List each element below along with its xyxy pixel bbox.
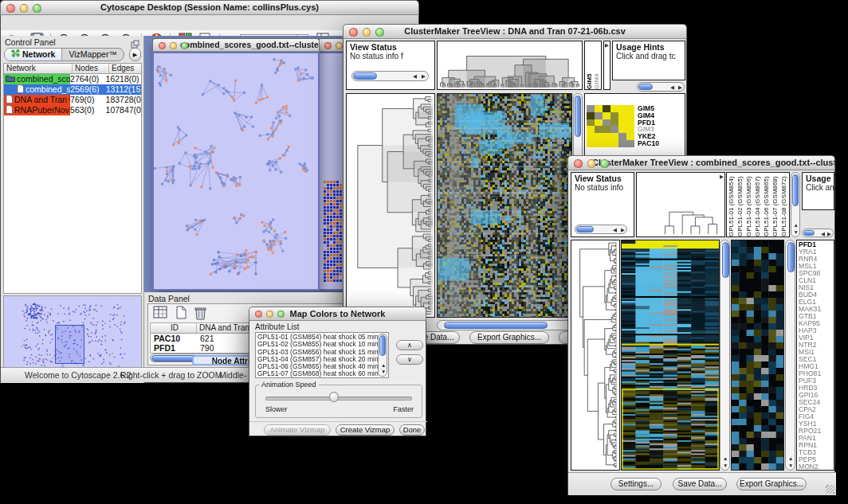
speed-slider-track[interactable] (265, 397, 412, 400)
scroll-up-icon[interactable]: ▲ (788, 456, 793, 462)
collapse-icon[interactable]: ▶ (720, 174, 724, 180)
scroll-down-icon[interactable]: ▼ (794, 230, 799, 236)
tab-overflow-button[interactable]: ▶ (129, 48, 141, 61)
scroll-right-icon[interactable]: ▶ (621, 228, 625, 233)
zoom-heatmap-cell[interactable] (626, 140, 634, 147)
zoom-heatmap-cell[interactable] (626, 112, 634, 119)
zoom-heatmap-cell[interactable] (587, 126, 595, 133)
scroll-down-icon[interactable]: ▼ (723, 463, 728, 469)
minimize-button[interactable] (336, 42, 343, 49)
zoom-button[interactable] (600, 159, 609, 168)
minimize-button[interactable] (363, 28, 371, 37)
zoom-heatmap-cell[interactable] (618, 140, 626, 147)
zoom-heatmap-cell[interactable] (618, 105, 626, 112)
attribute-list-vscroll[interactable]: ▲ ▼ (378, 334, 387, 377)
zoom-heatmap-canvas[interactable] (732, 240, 783, 470)
scroll-thumb[interactable] (803, 230, 815, 236)
zoom-heatmap-cell[interactable] (595, 133, 603, 140)
scroll-thumb[interactable] (792, 174, 799, 206)
zoom-button[interactable] (33, 4, 41, 13)
minimize-button[interactable] (587, 159, 596, 168)
new-page-icon[interactable] (172, 306, 190, 322)
zoom-button[interactable] (277, 311, 285, 318)
tv1-usage-hscroll[interactable]: ◀ ▶ (637, 82, 685, 92)
main-titlebar[interactable]: Cytoscape Desktop (Session Name: collins… (0, 0, 419, 15)
scroll-down-icon[interactable]: ▼ (788, 463, 793, 469)
tv2-usage-hscroll[interactable]: ◀ ▶ (802, 229, 834, 237)
zoom-heatmap-cell[interactable] (610, 126, 618, 133)
attribute-list-item[interactable]: GPL51-07 (GSM868) heat shock 60 min (257, 370, 388, 377)
tab-vizmapper[interactable]: VizMapper™ (61, 49, 124, 61)
zoom-heatmap-cell[interactable] (603, 133, 610, 140)
move-up-button[interactable]: ∧ (396, 340, 423, 350)
attribute-list[interactable]: GPL51-01 (GSM854) heat shock 05 minGPL51… (255, 332, 389, 378)
network-row[interactable]: DNA and Tran 07769(0)183728(0) (4, 95, 141, 105)
zoom-heatmap-cell[interactable] (595, 105, 603, 112)
scroll-thumb[interactable] (638, 84, 653, 90)
zoom-button[interactable] (375, 28, 384, 37)
treeview2-titlebar[interactable]: ClusterMaker TreeView : combined_scores_… (567, 155, 835, 170)
column-dendrogram-canvas[interactable] (438, 41, 582, 89)
scroll-left-icon[interactable]: ◀ (613, 228, 617, 233)
network-view-canvas[interactable] (154, 53, 318, 289)
zoom-heatmap-cell[interactable] (610, 105, 618, 112)
zoom-heatmap-cell[interactable] (587, 112, 595, 119)
scroll-left-icon[interactable]: ◀ (821, 232, 825, 237)
zoom-heatmap-cell[interactable] (603, 112, 610, 119)
zoom-heatmap-cell[interactable] (618, 133, 626, 140)
zoom-heatmap-cell[interactable] (587, 140, 595, 147)
col-edges[interactable]: Edges (109, 64, 141, 73)
scroll-right-icon[interactable]: ▶ (422, 74, 426, 80)
zoom-heatmap-cell[interactable] (610, 112, 618, 119)
network-row[interactable]: combined_scores2764(0)16218(0) (4, 74, 141, 84)
scroll-thumb[interactable] (379, 335, 386, 356)
tv2-status-hscroll[interactable]: ◀ ▶ (575, 225, 627, 234)
zoom-heatmap-cell[interactable] (610, 119, 618, 127)
tv2-zoom-vscroll[interactable]: ▲ ▼ (785, 240, 795, 471)
heatmap-canvas[interactable] (622, 240, 719, 470)
zoom-heatmap-cell[interactable] (626, 126, 634, 133)
scroll-up-icon[interactable]: ▲ (723, 456, 728, 462)
scroll-right-icon[interactable]: ▶ (678, 85, 682, 91)
trash-icon[interactable] (191, 306, 209, 322)
table-icon[interactable] (151, 306, 169, 322)
zoom-heatmap-cell[interactable] (610, 133, 618, 140)
close-button[interactable] (159, 42, 166, 49)
zoom-heatmap-cell[interactable] (618, 126, 626, 133)
scroll-thumb[interactable] (353, 72, 377, 80)
zoom-heatmap-cell[interactable] (595, 140, 603, 147)
dialog-titlebar[interactable]: Map Colors to Network (249, 307, 426, 321)
scroll-right-icon[interactable]: ▶ (827, 232, 831, 237)
scroll-left-icon[interactable]: ◀ (670, 85, 674, 91)
scroll-thumb[interactable] (576, 226, 594, 232)
scroll-thumb[interactable] (722, 242, 729, 278)
column-dendrogram-canvas[interactable] (637, 173, 724, 236)
close-button[interactable] (324, 42, 332, 49)
close-button[interactable] (6, 4, 15, 13)
scroll-up-icon[interactable]: ▲ (381, 363, 386, 369)
close-button[interactable] (255, 311, 262, 318)
zoom-heatmap-cell[interactable] (626, 105, 634, 112)
heatmap-canvas[interactable] (438, 94, 571, 317)
zoom-heatmap-cell[interactable] (626, 119, 634, 127)
scroll-thumb[interactable] (444, 322, 548, 329)
zoom-heatmap[interactable] (587, 105, 634, 147)
zoom-heatmap-cell[interactable] (603, 126, 610, 133)
zoom-heatmap-cell[interactable] (595, 126, 603, 133)
dp-col-id[interactable]: ID (151, 323, 197, 333)
row-dendrogram-canvas[interactable] (347, 94, 434, 317)
col-network[interactable]: Network (4, 64, 73, 73)
minimize-button[interactable] (266, 311, 273, 318)
zoom-heatmap-cell[interactable] (626, 133, 634, 140)
zoom-heatmap-cell[interactable] (618, 112, 626, 119)
scroll-up-icon[interactable]: ▲ (794, 223, 799, 229)
tv2-heatmap-vscroll[interactable]: ▲ ▼ (720, 240, 730, 471)
zoom-heatmap-cell[interactable] (610, 140, 618, 147)
scroll-thumb[interactable] (575, 96, 581, 137)
collapse-icon[interactable]: ▶ (605, 43, 609, 49)
treeview1-titlebar[interactable]: ClusterMaker TreeView : DNA and Tran 07-… (343, 24, 687, 39)
export-graphics-button[interactable]: Export Graphics... (469, 331, 549, 344)
scroll-down-icon[interactable]: ▼ (381, 369, 386, 375)
zoom-heatmap-cell[interactable] (603, 105, 610, 112)
zoom-heatmap-cell[interactable] (603, 140, 610, 147)
